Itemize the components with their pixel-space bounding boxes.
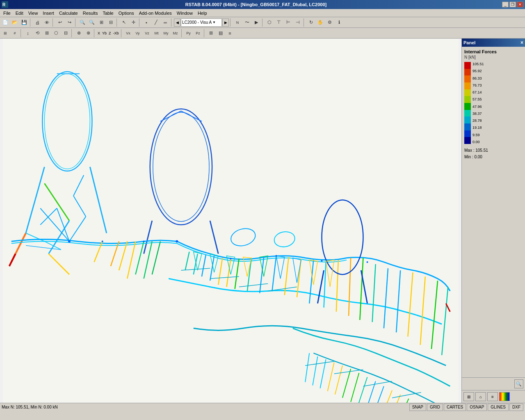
window-controls[interactable]: _ ❐ ✕ xyxy=(502,2,523,7)
tb2-results-vz[interactable]: Vz xyxy=(143,29,152,38)
menu-table[interactable]: Table xyxy=(100,10,116,16)
tb2-1[interactable]: ↕ xyxy=(23,29,32,38)
tb2-results-mz[interactable]: Mz xyxy=(171,29,180,38)
svg-point-103 xyxy=(230,258,231,260)
status-grid[interactable]: GRID xyxy=(427,404,443,411)
select-btn[interactable]: ↖ xyxy=(119,18,128,27)
snap-btn[interactable]: ⊞ xyxy=(1,29,10,38)
menu-results[interactable]: Results xyxy=(80,10,100,16)
tb2-results-n[interactable]: Vx xyxy=(124,29,133,38)
tb2-display1[interactable]: ⊞ xyxy=(207,29,216,38)
svg-point-105 xyxy=(321,260,322,262)
lc-next-btn[interactable]: ▶ xyxy=(222,18,229,27)
tb2-results-py[interactable]: Py xyxy=(184,29,193,38)
menu-calculate[interactable]: Calculate xyxy=(57,10,80,16)
redo-btn[interactable]: ↪ xyxy=(65,18,74,27)
close-btn[interactable]: ✕ xyxy=(517,2,523,7)
viewport[interactable] xyxy=(0,39,461,403)
menu-edit[interactable]: Edit xyxy=(13,10,26,16)
menu-help[interactable]: Help xyxy=(195,10,210,16)
lc-combo[interactable]: LC2000 - Visu A ▼ xyxy=(181,18,222,27)
scale-val-6: 47.96 xyxy=(472,105,484,109)
scale-val-2: 86.33 xyxy=(472,76,484,80)
view-side-btn[interactable]: ⊣ xyxy=(293,18,302,27)
panel-tb-grid[interactable]: ⊞ xyxy=(463,392,474,401)
tb2-display3[interactable]: ≡ xyxy=(226,29,235,38)
menu-options[interactable]: Options xyxy=(116,10,137,16)
node-btn[interactable]: • xyxy=(142,18,151,27)
toolbar-2: ⊞ # ↕ ⟲ ⊞ ⬡ ⊟ ⊕ ⊗ X Yb Z -Xb Vx Vy Vz Mt… xyxy=(0,28,525,39)
tb2-display2[interactable]: ▤ xyxy=(216,29,225,38)
panel-title-text: Panel xyxy=(463,40,475,45)
panel-tb-color[interactable] xyxy=(499,392,510,401)
print-prev-btn[interactable]: 👁 xyxy=(42,18,51,27)
tb2-results-my[interactable]: My xyxy=(162,29,171,38)
menu-file[interactable]: File xyxy=(1,10,13,16)
open-btn[interactable]: 📂 xyxy=(10,18,19,27)
print-btn[interactable]: 🖨 xyxy=(33,18,42,27)
status-glines[interactable]: GLINES xyxy=(488,404,509,411)
sep14 xyxy=(181,29,183,37)
zoom-out-btn[interactable]: 🔍 xyxy=(87,18,96,27)
tb2-label-z: Z xyxy=(108,31,112,35)
undo-btn[interactable]: ↩ xyxy=(55,18,64,27)
status-dxf[interactable]: DXF xyxy=(509,404,523,411)
panel-search-btn[interactable]: 🔍 xyxy=(514,379,523,388)
status-osnap[interactable]: OSNAP xyxy=(467,404,487,411)
tb2-7[interactable]: ⊗ xyxy=(84,29,93,38)
pan-btn[interactable]: ✋ xyxy=(316,18,325,27)
tb2-5[interactable]: ⊟ xyxy=(61,29,70,38)
sep9 xyxy=(304,18,305,27)
results-btn[interactable]: N xyxy=(233,18,242,27)
settings-btn[interactable]: ⚙ xyxy=(325,18,334,27)
lc-prev-btn[interactable]: ◀ xyxy=(174,18,180,27)
view-top-btn[interactable]: ⊤ xyxy=(274,18,283,27)
menu-insert[interactable]: Insert xyxy=(40,10,57,16)
minimize-btn[interactable]: _ xyxy=(502,2,509,7)
line-btn[interactable]: ╱ xyxy=(151,18,160,27)
status-cartes[interactable]: CARTES xyxy=(444,404,466,411)
sep3 xyxy=(75,18,77,27)
tb2-results-pz[interactable]: Pz xyxy=(194,29,203,38)
status-snap[interactable]: SNAP xyxy=(409,404,426,411)
view-front-btn[interactable]: ⊢ xyxy=(284,18,293,27)
menu-view[interactable]: View xyxy=(26,10,41,16)
anim-btn[interactable]: ▶ xyxy=(252,18,261,27)
rotate-btn[interactable]: ↻ xyxy=(306,18,315,27)
move-btn[interactable]: ✛ xyxy=(129,18,138,27)
tb2-3[interactable]: ⊞ xyxy=(42,29,51,38)
tb2-label-x: X xyxy=(97,31,101,35)
zoom-all-btn[interactable]: ⊞ xyxy=(97,18,106,27)
tb2-2[interactable]: ⟲ xyxy=(33,29,42,38)
toolbar-1: 📄 📂 💾 🖨 👁 ↩ ↪ 🔍 🔍 ⊞ ⊟ ↖ ✛ • ╱ ═ ◀ LC2000… xyxy=(0,17,525,28)
sep1 xyxy=(30,18,32,27)
status-bar: Max N: 105.51, Min N: 0.00 kN SNAP GRID … xyxy=(0,403,525,411)
panel-tb-lines[interactable]: ≡ xyxy=(487,392,498,401)
info-btn[interactable]: ℹ xyxy=(335,18,344,27)
menu-addon[interactable]: Add-on Modules xyxy=(137,10,174,16)
tb2-results-mt[interactable]: Mt xyxy=(152,29,161,38)
view3d-btn[interactable]: ⬡ xyxy=(265,18,274,27)
panel-close-btn[interactable]: × xyxy=(520,40,523,46)
zoom-in-btn[interactable]: 🔍 xyxy=(78,18,87,27)
scale-val-7: 38.37 xyxy=(472,112,484,116)
panel-max: Max : 105.51 xyxy=(464,147,523,154)
grid-btn[interactable]: # xyxy=(10,29,19,38)
menu-window[interactable]: Window xyxy=(174,10,195,16)
scale-val-0: 105.51 xyxy=(472,62,484,66)
tb2-4[interactable]: ⬡ xyxy=(52,29,61,38)
restore-btn[interactable]: ❐ xyxy=(509,2,516,7)
status-left: Max N: 105.51, Min N: 0.00 kN xyxy=(2,405,58,409)
panel-content: Internal Forces N [kN] xyxy=(462,47,525,377)
deform-btn[interactable]: 〜 xyxy=(242,18,251,27)
title-text: RSTAB 8.04.0007 (64bit) - [Ningbo_GB5001… xyxy=(10,2,502,7)
tb2-6[interactable]: ⊕ xyxy=(74,29,83,38)
tb2-results-vy[interactable]: Vy xyxy=(133,29,142,38)
color-scale: 105.51 95.92 86.33 76.73 67.14 57.55 47.… xyxy=(464,62,523,144)
sep5 xyxy=(139,18,141,27)
new-btn[interactable]: 📄 xyxy=(1,18,10,27)
zoom-window-btn[interactable]: ⊟ xyxy=(106,18,115,27)
member-btn[interactable]: ═ xyxy=(161,18,170,27)
save-btn[interactable]: 💾 xyxy=(20,18,29,27)
panel-tb-house[interactable]: ⌂ xyxy=(475,392,486,401)
